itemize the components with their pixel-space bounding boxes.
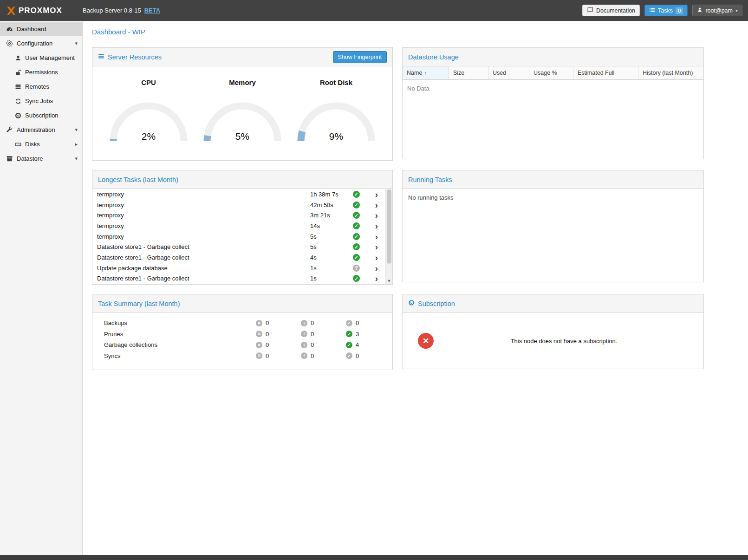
ok-count: 0	[356, 319, 359, 326]
column-header-estimated-full[interactable]: Estimated Full	[573, 66, 638, 79]
sidebar-label: Permissions	[25, 69, 58, 76]
sidebar-item-user-management[interactable]: User Management	[0, 51, 82, 65]
scrollbar[interactable]: ▼	[385, 189, 392, 284]
gauge-label: Root Disk	[294, 78, 378, 86]
panel-title: Datastore Usage	[408, 53, 459, 61]
show-fingerprint-button[interactable]: Show Fingerprint	[333, 51, 387, 63]
summary-row-backups[interactable]: Backups 0 0 0	[104, 318, 392, 329]
tasks-button[interactable]: Tasks 0	[644, 5, 688, 16]
error-icon	[256, 320, 262, 326]
sort-asc-icon: ↑	[424, 70, 427, 76]
task-duration: 1h 38m 7s	[310, 191, 353, 198]
task-row[interactable]: Datastore store1 - Garbage collect 5s ›	[92, 241, 385, 252]
task-summary-panel: Task Summary (last Month) Backups 0 0 0 …	[92, 294, 393, 370]
task-name: termproxy	[97, 212, 310, 219]
task-row[interactable]: Datastore store1 - Garbage collect 1s ›	[92, 273, 385, 284]
column-header-usage-pct[interactable]: Usage %	[529, 66, 573, 79]
ok-count: 0	[356, 352, 359, 359]
longest-tasks-list: termproxy 1h 38m 7s › termproxy 42m 58s …	[92, 189, 392, 284]
gauge-label: Memory	[201, 78, 284, 86]
task-row[interactable]: termproxy 14s ›	[92, 221, 385, 231]
content-area: Dashboard - WIP Server Resources	[83, 21, 748, 555]
chevron-right-icon[interactable]: ›	[375, 253, 378, 262]
task-status-icon	[353, 202, 360, 208]
scrollbar-thumb[interactable]	[387, 189, 391, 264]
error-count: 0	[266, 319, 269, 326]
column-header-used[interactable]: Used	[488, 66, 529, 79]
sidebar-item-sync-jobs[interactable]: Sync Jobs	[0, 94, 82, 108]
ok-icon	[346, 331, 352, 337]
gauge-value: 2%	[107, 131, 190, 142]
column-header-size[interactable]: Size	[449, 66, 488, 79]
summary-row-garbage-collections[interactable]: Garbage collections 0 0 4	[104, 339, 392, 351]
task-status-icon	[353, 243, 360, 250]
chevron-right-icon[interactable]: ›	[375, 232, 378, 241]
chevron-right-icon[interactable]: ›	[375, 211, 378, 220]
sidebar-item-disks[interactable]: Disks ▸	[0, 137, 82, 151]
page-title: Dashboard - WIP	[83, 21, 748, 42]
task-name: termproxy	[97, 202, 310, 208]
warning-icon	[301, 342, 307, 348]
task-row[interactable]: termproxy 5s ›	[92, 231, 385, 242]
support-icon	[408, 300, 415, 307]
server-icon	[14, 84, 22, 90]
summary-row-prunes[interactable]: Prunes 0 0 3	[104, 329, 392, 340]
chevron-right-icon[interactable]: ›	[375, 190, 378, 199]
error-count: 0	[266, 341, 269, 348]
chevron-right-icon[interactable]: ›	[375, 274, 378, 283]
sidebar-item-dashboard[interactable]: Dashboard	[0, 22, 82, 36]
sidebar-item-administration[interactable]: Administration ▾	[0, 123, 82, 137]
task-row[interactable]: termproxy 3m 21s ›	[92, 210, 385, 221]
summary-label: Backups	[104, 319, 256, 326]
chevron-right-icon[interactable]: ›	[375, 242, 378, 251]
caret-right-icon[interactable]: ▸	[75, 141, 78, 147]
panel-title: Longest Tasks (last Month)	[98, 176, 178, 183]
server-resources-panel: Server Resources Show Fingerprint CPU	[92, 47, 393, 161]
chevron-right-icon[interactable]: ›	[375, 221, 378, 230]
warning-count: 0	[311, 341, 314, 348]
sidebar-label: Configuration	[17, 40, 52, 47]
task-row[interactable]: termproxy 1h 38m 7s ›	[92, 189, 385, 200]
topbar: PROXMOX Backup Server 0.8-15 BETA Docume…	[0, 0, 748, 21]
task-row[interactable]: termproxy 42m 58s ›	[92, 200, 385, 210]
task-status-icon	[353, 275, 360, 282]
error-icon	[256, 342, 262, 348]
ok-icon	[346, 342, 352, 348]
summary-label: Prunes	[104, 331, 256, 338]
sidebar-item-datastore[interactable]: Datastore ▾	[0, 151, 82, 166]
hdd-icon	[14, 141, 22, 148]
gauge-label: CPU	[107, 78, 190, 86]
sidebar-item-configuration[interactable]: Configuration ▾	[0, 36, 82, 51]
task-row[interactable]: Update package database 1s ›	[92, 263, 385, 273]
task-row[interactable]: Datastore store1 - Garbage collect 4s ›	[92, 252, 385, 263]
documentation-label: Documentation	[596, 7, 635, 14]
sidebar-item-subscription[interactable]: Subscription	[0, 108, 82, 123]
column-header-history[interactable]: History (last Month)	[638, 66, 703, 79]
task-status-icon	[353, 254, 360, 261]
task-duration: 1s	[310, 265, 353, 272]
column-header-name[interactable]: Name ↑	[403, 66, 449, 79]
chevron-right-icon[interactable]: ›	[375, 264, 378, 273]
sidebar-item-remotes[interactable]: Remotes	[0, 79, 82, 94]
user-menu-button[interactable]: root@pam ▾	[692, 5, 742, 16]
tasks-count-badge: 0	[676, 7, 683, 14]
documentation-button[interactable]: Documentation	[582, 5, 640, 16]
sidebar-label: Dashboard	[17, 26, 46, 33]
resources-icon	[98, 53, 104, 61]
beta-link[interactable]: BETA	[144, 7, 160, 14]
summary-row-syncs[interactable]: Syncs 0 0 0	[104, 351, 392, 362]
task-duration: 5s	[310, 243, 353, 250]
task-duration: 42m 58s	[310, 202, 353, 208]
cpu-gauge: CPU 2%	[107, 78, 190, 160]
summary-label: Syncs	[104, 352, 256, 359]
scroll-down-icon[interactable]: ▼	[386, 279, 392, 283]
sidebar-item-permissions[interactable]: Permissions	[0, 65, 82, 79]
caret-down-icon[interactable]: ▾	[75, 40, 78, 46]
chevron-right-icon[interactable]: ›	[375, 201, 378, 209]
caret-down-icon[interactable]: ▾	[75, 156, 78, 162]
logo-text: PROXMOX	[19, 6, 62, 15]
task-name: Datastore store1 - Garbage collect	[97, 243, 310, 250]
gears-icon	[6, 40, 13, 47]
caret-down-icon[interactable]: ▾	[75, 127, 78, 133]
task-status-icon	[353, 191, 360, 198]
